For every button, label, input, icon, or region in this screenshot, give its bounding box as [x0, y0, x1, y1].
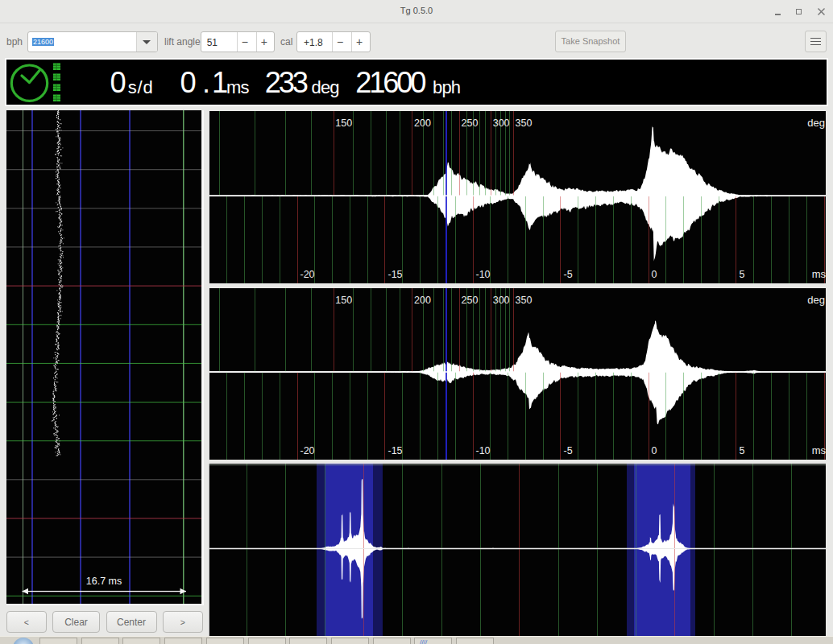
svg-text:350: 350 [516, 294, 533, 305]
svg-text:-20: -20 [300, 268, 315, 279]
svg-text:350: 350 [516, 118, 533, 129]
svg-text:-5: -5 [564, 268, 573, 279]
svg-text:5: 5 [740, 268, 745, 279]
svg-text:-10: -10 [476, 268, 491, 279]
svg-text:-15: -15 [388, 444, 403, 456]
svg-text:deg: deg [807, 117, 825, 129]
svg-text:200: 200 [414, 294, 431, 305]
svg-text:250: 250 [462, 118, 479, 129]
svg-text:deg: deg [807, 293, 825, 305]
svg-text:ms: ms [812, 267, 826, 279]
svg-text:250: 250 [462, 294, 479, 305]
svg-text:5: 5 [740, 444, 745, 456]
svg-text:200: 200 [414, 118, 431, 129]
svg-text:150: 150 [335, 118, 352, 129]
svg-text:150: 150 [335, 294, 352, 305]
svg-text:ms: ms [812, 444, 826, 456]
svg-text:0: 0 [652, 268, 657, 279]
svg-text:-5: -5 [564, 444, 573, 456]
svg-text:16.7 ms: 16.7 ms [86, 576, 122, 587]
svg-text:-10: -10 [476, 444, 491, 456]
svg-text:300: 300 [493, 294, 510, 305]
svg-text:300: 300 [493, 118, 510, 129]
svg-text:0: 0 [652, 444, 657, 456]
svg-text:-15: -15 [388, 268, 403, 279]
svg-text:-20: -20 [300, 444, 315, 456]
